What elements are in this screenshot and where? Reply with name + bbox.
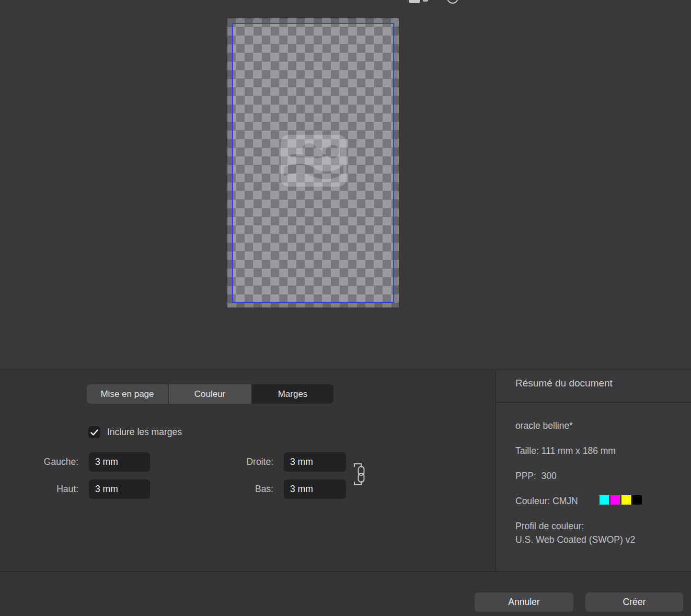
document-preview-area <box>0 0 691 370</box>
margin-left-label: Gauche: <box>0 452 78 472</box>
cancel-button[interactable]: Annuler <box>475 592 573 612</box>
orientation-icon-partial-2[interactable] <box>423 0 428 2</box>
margin-right-label: Droite: <box>195 452 273 472</box>
link-margins-chain-icon[interactable] <box>353 459 368 489</box>
magenta-swatch <box>611 495 620 505</box>
settings-tabs: Mise en page Couleur Marges <box>87 384 333 404</box>
margin-right-input[interactable] <box>284 452 346 472</box>
create-button[interactable]: Créer <box>585 592 683 612</box>
summary-profile-value: U.S. Web Coated (SWOP) v2 <box>515 534 635 545</box>
margin-left-input[interactable] <box>89 452 150 472</box>
include-margins-checkbox[interactable] <box>88 426 100 438</box>
help-icon-circle <box>447 0 458 4</box>
margin-top-input[interactable] <box>89 480 150 499</box>
black-swatch <box>632 495 642 505</box>
check-icon <box>90 429 98 436</box>
tab-mise-en-page[interactable]: Mise en page <box>87 384 168 404</box>
summary-color-mode: Couleur: CMJN <box>515 496 578 507</box>
cmyk-swatches <box>600 495 642 505</box>
image-placeholder-icon <box>281 135 347 187</box>
summary-doc-name: oracle belline* <box>515 420 573 431</box>
summary-title: Résumé du document <box>515 378 613 389</box>
yellow-swatch <box>621 495 631 505</box>
orientation-icon-partial[interactable] <box>409 0 420 3</box>
include-margins-label: Inclure les marges <box>107 427 182 438</box>
include-margins-row: Inclure les marges <box>88 426 182 439</box>
margin-bottom-label: Bas: <box>195 480 273 499</box>
page-preview <box>227 18 399 307</box>
cyan-swatch <box>600 495 609 505</box>
margin-top-label: Haut: <box>0 480 78 499</box>
help-icon-partial[interactable] <box>447 0 459 4</box>
summary-dpi: PPP: 300 <box>515 471 557 482</box>
summary-divider <box>496 402 691 403</box>
tab-marges[interactable]: Marges <box>252 384 333 404</box>
margin-bottom-input[interactable] <box>284 480 346 499</box>
summary-size: Taille: 111 mm x 186 mm <box>515 446 616 457</box>
tab-couleur[interactable]: Couleur <box>169 384 251 404</box>
summary-profile-label: Profil de couleur: <box>515 521 584 532</box>
